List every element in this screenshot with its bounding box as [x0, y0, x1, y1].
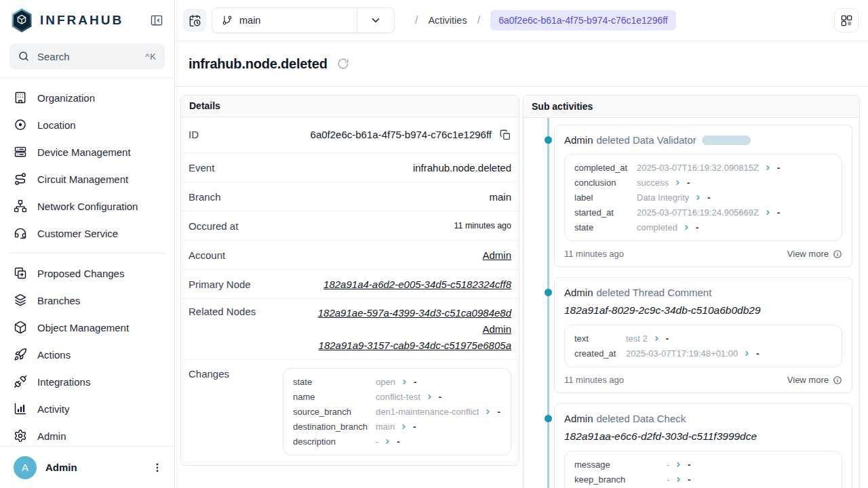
copy-icon — [499, 129, 511, 141]
sidebar-item-label: Object Management — [37, 322, 129, 333]
circle-dot-icon — [14, 118, 27, 131]
sidebar-item-device-management[interactable]: Device Management — [5, 138, 169, 165]
breadcrumb-separator: / — [477, 14, 480, 26]
sidebar-item-admin[interactable]: Admin — [5, 422, 169, 446]
search-icon — [18, 50, 30, 62]
panel-left-close-icon — [150, 14, 163, 27]
related-node-link[interactable]: Admin — [482, 322, 511, 336]
change-row: source_branch den1-maintenance-conflict … — [293, 406, 501, 418]
details-id-value: 6a0f2e6c-b61a-4f75-b974-c76c1e1296ff — [311, 129, 492, 140]
sidebar-item-organization[interactable]: Organization — [5, 84, 169, 111]
related-node-link[interactable]: 182a91ae-597a-4399-34d3-c51ca0984e8d — [318, 306, 511, 320]
details-occured-value: 11 minutes ago — [454, 221, 511, 230]
sidebar-item-label: Customer Service — [37, 228, 118, 239]
kebab-icon — [151, 462, 163, 474]
sidebar-item-network-configuration[interactable]: Network Configuration — [5, 192, 169, 220]
network-icon — [14, 199, 27, 213]
search-input[interactable]: Search ^K — [9, 43, 165, 69]
brand-name: INFRAHUB — [40, 13, 123, 28]
sidebar-item-label: Organization — [37, 92, 95, 104]
building-icon — [14, 91, 27, 104]
chevron-right-icon — [694, 194, 702, 201]
activity-card: Admin deleted Thread Comment 182a91af-80… — [554, 277, 852, 393]
details-row-primary-node: Primary Node 182a91a4-a6d2-e005-34d5-c51… — [181, 269, 519, 298]
user-menu-button[interactable] — [149, 459, 166, 476]
sidebar-collapse-button[interactable] — [149, 12, 165, 28]
calendar-clock-icon — [189, 14, 201, 27]
refresh-icon — [337, 58, 349, 70]
chevron-right-icon — [674, 179, 682, 186]
details-row-branch: Branch main — [181, 182, 519, 211]
sidebar-item-object-management[interactable]: Object Management — [5, 314, 169, 341]
sidebar-item-integrations[interactable]: Integrations — [5, 368, 169, 395]
layers-icon — [14, 293, 27, 307]
field-row: state completed - — [574, 222, 832, 233]
activity-title: Admin deleted Data Check — [564, 413, 842, 424]
activity-footer: 11 minutes ago View more — [564, 249, 842, 259]
activity-node-id: 182a91aa-e6c6-d2fd-303d-c511f3999dce — [564, 430, 842, 443]
activity-node-id: 182a91af-8029-2c9c-34db-c510a6b0db29 — [564, 304, 842, 317]
activity-footer: 11 minutes ago View more — [564, 375, 842, 385]
sub-activities-header: Sub activities — [524, 96, 859, 118]
chevron-right-icon — [675, 476, 682, 483]
route-icon — [14, 172, 27, 186]
chevron-right-icon — [683, 224, 690, 231]
branch-selector-value: main — [239, 15, 260, 26]
view-more-link[interactable]: View more — [787, 375, 842, 385]
chevron-right-icon — [764, 164, 772, 171]
details-row-related-nodes: Related Nodes 182a91ae-597a-4399-34d3-c5… — [181, 298, 519, 359]
field-row: completed_at 2025-03-07T16:19:32.090815Z… — [574, 162, 832, 174]
chevron-right-icon — [426, 393, 433, 401]
branch-selector[interactable]: main — [212, 7, 395, 33]
change-row: destination_branch main - — [293, 421, 501, 432]
details-row-changes: Changes state open - name conflict-test … — [181, 359, 519, 465]
view-more-link[interactable]: View more — [787, 249, 842, 259]
content: Details ID 6a0f2e6c-b61a-4f75-b974-c76c1… — [175, 87, 868, 488]
related-node-link[interactable]: 182a91a9-3157-cab9-34dc-c51975e6805a — [319, 338, 511, 352]
git-branch-icon — [222, 15, 233, 26]
activity-title: Admin deleted Thread Comment — [564, 287, 842, 298]
sidebar-item-branches[interactable]: Branches — [5, 287, 169, 314]
primary-node-link[interactable]: 182a91a4-a6d2-e005-34d5-c5182324cff8 — [323, 279, 511, 290]
account-link[interactable]: Admin — [482, 249, 511, 261]
schema-button[interactable] — [834, 8, 859, 33]
details-row-id: ID 6a0f2e6c-b61a-4f75-b974-c76c1e1296ff — [181, 117, 519, 152]
box-icon — [14, 321, 27, 334]
field-row: label Data Integrity - — [574, 192, 832, 203]
breadcrumb-activity-id[interactable]: 6a0f2e6c-b61a-4f75-b974-c76c1e1296ff — [490, 10, 676, 30]
chevron-right-icon — [675, 461, 682, 468]
details-row-occured-at: Occured at 11 minutes ago — [181, 211, 519, 240]
activity-fields-box: message - - keep_branch - - enrich — [564, 451, 842, 488]
avatar: A — [14, 456, 37, 479]
sidebar-item-proposed-changes[interactable]: Proposed Changes — [5, 260, 169, 287]
copy-id-button[interactable] — [499, 129, 511, 141]
bar-chart-icon — [14, 402, 27, 415]
details-branch-value: main — [489, 191, 511, 203]
sidebar-item-customer-service[interactable]: Customer Service — [5, 220, 169, 247]
main-area: main / Activities / 6a0f2e6c-b61a-4f75-b… — [175, 0, 868, 488]
activity-fields-box: completed_at 2025-03-07T16:19:32.090815Z… — [564, 154, 842, 241]
breadcrumb-activities-link[interactable]: Activities — [428, 15, 467, 26]
page-header: infrahub.node.deleted — [175, 41, 868, 87]
headset-icon — [14, 226, 27, 240]
field-row: created_at 2025-03-07T17:19:48+01:00 - — [574, 348, 832, 359]
chevron-right-icon — [653, 335, 660, 342]
chevron-right-icon — [401, 378, 408, 386]
refresh-button[interactable] — [336, 56, 351, 71]
breadcrumb: / Activities / 6a0f2e6c-b61a-4f75-b974-c… — [415, 10, 676, 30]
timeline-dot — [545, 136, 552, 144]
sidebar-item-activity[interactable]: Activity — [5, 395, 169, 422]
plug-icon — [14, 375, 27, 388]
sidebar-item-circuit-management[interactable]: Circuit Management — [5, 165, 169, 192]
time-travel-button[interactable] — [183, 9, 206, 32]
change-row: description - - — [293, 436, 501, 447]
diff-icon — [14, 266, 27, 280]
user-row: A Admin — [0, 446, 174, 488]
sidebar-item-label: Proposed Changes — [37, 268, 124, 279]
chevron-right-icon — [484, 408, 492, 415]
sidebar-item-actions[interactable]: Actions — [5, 341, 169, 368]
details-card: Details ID 6a0f2e6c-b61a-4f75-b974-c76c1… — [180, 95, 519, 466]
logo-row: INFRAHUB — [0, 0, 174, 41]
breadcrumb-separator: / — [415, 14, 418, 26]
sidebar-item-location[interactable]: Location — [5, 111, 169, 138]
